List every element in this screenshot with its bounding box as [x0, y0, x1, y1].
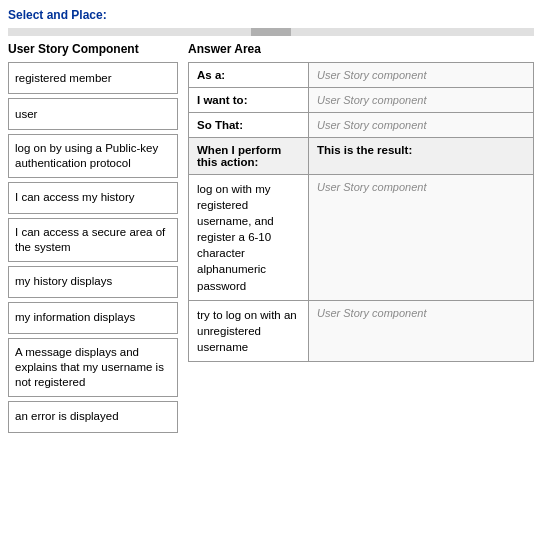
action-2-drop[interactable]: User Story component — [309, 300, 534, 361]
left-panel-title: User Story Component — [8, 42, 178, 56]
story-item-7[interactable]: my information displays — [8, 302, 178, 334]
scrollbar[interactable] — [8, 28, 534, 36]
story-item-9[interactable]: an error is displayed — [8, 401, 178, 433]
action-1-drop[interactable]: User Story component — [309, 175, 534, 301]
header-title: Select and Place: — [8, 8, 534, 22]
story-item-4[interactable]: I can access my history — [8, 182, 178, 214]
story-item-5[interactable]: I can access a secure area of the system — [8, 218, 178, 262]
story-item-3[interactable]: log on by using a Public-key authenticat… — [8, 134, 178, 178]
when-header: When I perform this action: — [189, 138, 309, 175]
story-item-1[interactable]: registered member — [8, 62, 178, 94]
action-1-cell: log on with my registered username, and … — [189, 175, 309, 301]
i-want-to-drop[interactable]: User Story component — [309, 88, 534, 113]
as-a-label: As a: — [189, 63, 309, 88]
so-that-label: So That: — [189, 113, 309, 138]
action-2-cell: try to log on with an unregistered usern… — [189, 300, 309, 361]
i-want-to-label: I want to: — [189, 88, 309, 113]
as-a-drop[interactable]: User Story component — [309, 63, 534, 88]
so-that-drop[interactable]: User Story component — [309, 113, 534, 138]
result-header: This is the result: — [309, 138, 534, 175]
story-item-6[interactable]: my history displays — [8, 266, 178, 298]
right-panel-title: Answer Area — [188, 42, 534, 56]
story-item-2[interactable]: user — [8, 98, 178, 130]
story-item-8[interactable]: A message displays and explains that my … — [8, 338, 178, 397]
